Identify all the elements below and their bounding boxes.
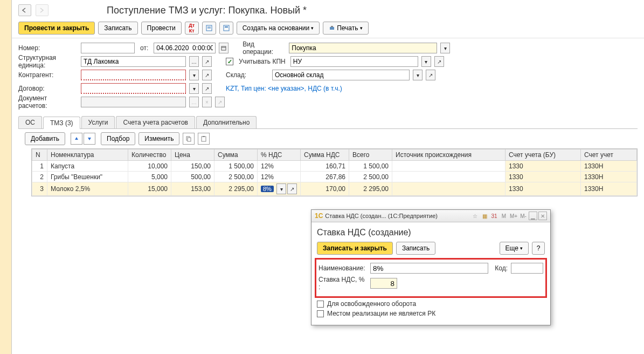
modal-heading: Ставка НДС (создание) [317, 228, 545, 237]
toolbar-icon-2[interactable] [219, 22, 233, 35]
change-button[interactable]: Изменить [139, 132, 179, 145]
svg-rect-7 [221, 46, 226, 50]
move-up-button[interactable] [71, 133, 82, 145]
page-title: Поступление ТМЗ и услуг: Покупка. Новый … [107, 5, 307, 16]
warehouse-input[interactable] [272, 70, 410, 80]
table-row[interactable]: 2Грибы "Вешенки"5,000500,002 500,0012%26… [32, 172, 637, 182]
kpn-open[interactable]: ↗ [434, 56, 444, 67]
tab-services[interactable]: Услуги [81, 116, 115, 128]
date-input[interactable] [154, 43, 216, 53]
modal-write-button[interactable]: Записать [396, 242, 435, 255]
col-sum[interactable]: Сумма [214, 149, 258, 161]
settlement-doc-open: ↗ [215, 97, 225, 107]
col-vat-pct[interactable]: % НДС [258, 149, 301, 161]
print-button[interactable]: Печать [323, 22, 368, 35]
vat-dropdown[interactable]: ▾ [276, 183, 286, 194]
pick-button[interactable]: Подбор [101, 132, 135, 145]
not-rk-checkbox[interactable] [317, 310, 324, 317]
org-input[interactable] [81, 56, 186, 67]
settlement-doc-clear: × [202, 97, 212, 107]
main-toolbar: Провести и закрыть Записать Провести ДтК… [12, 18, 644, 38]
write-button[interactable]: Записать [98, 22, 137, 35]
table-row[interactable]: 1Капуста10,000150,001 500,0012%160,711 5… [32, 161, 637, 172]
modal-rate-input[interactable] [370, 278, 397, 289]
modal-m[interactable]: M [500, 212, 508, 220]
create-based-button[interactable]: Создать на основании [237, 22, 320, 35]
org-open[interactable]: ↗ [202, 56, 212, 67]
col-acct-nu[interactable]: Счет учет [581, 149, 637, 161]
paste-button[interactable] [198, 133, 210, 145]
nav-back-button[interactable] [18, 4, 31, 16]
warehouse-open[interactable]: ↗ [426, 70, 435, 80]
number-input[interactable] [81, 43, 135, 53]
post-and-close-button[interactable]: Провести и закрыть [18, 22, 95, 35]
exempt-checkbox[interactable] [317, 301, 324, 308]
add-row-button[interactable]: Добавить [25, 132, 65, 145]
counterparty-input[interactable] [81, 70, 186, 80]
cell-vat-sum: 160,71 [301, 161, 349, 172]
col-total[interactable]: Всего [349, 149, 392, 161]
tabs: ОС ТМЗ (3) Услуги Счета учета расчетов Д… [18, 116, 638, 129]
tab-os[interactable]: ОС [18, 116, 42, 128]
col-origin[interactable]: Источник происхождения [392, 149, 505, 161]
modal-icon-cal[interactable]: 31 [490, 212, 498, 220]
modal-m-plus[interactable]: M+ [509, 212, 518, 220]
table-toolbar: Добавить Подбор Изменить [12, 129, 644, 148]
counterparty-open[interactable]: ↗ [202, 70, 212, 80]
table-row[interactable]: 3Молоко 2,5%15,000153,002 295,008%▾↗170,… [32, 182, 637, 196]
post-button[interactable]: Провести [141, 22, 182, 35]
modal-icon-fav[interactable]: ☆ [470, 212, 479, 220]
vat-open[interactable]: ↗ [287, 183, 297, 194]
kpn-checkbox[interactable]: ✓ [226, 58, 233, 65]
calendar-button[interactable] [219, 43, 228, 53]
contract-open[interactable]: ↗ [202, 83, 212, 94]
cell-sum: 2 500,00 [214, 172, 258, 182]
kpn-label: Учитывать КПН [239, 58, 286, 65]
tab-additional[interactable]: Дополнительно [196, 116, 257, 128]
col-nomen[interactable]: Номенклатура [47, 149, 128, 161]
copy-button[interactable] [183, 133, 195, 145]
highlight-box: Наименование: Код: Ставка НДС, % : [315, 258, 547, 298]
cell-acct-bu: 1330 [505, 161, 581, 172]
modal-write-close-button[interactable]: Записать и закрыть [317, 242, 393, 255]
modal-help-button[interactable]: ? [532, 242, 545, 255]
modal-icon-calc[interactable]: ▦ [480, 212, 489, 220]
tab-tmz[interactable]: ТМЗ (3) [43, 117, 80, 129]
col-vat-sum[interactable]: Сумма НДС [301, 149, 349, 161]
nav-forward-button[interactable] [36, 4, 49, 16]
cell-sum: 2 295,00 [214, 182, 258, 196]
cell-price: 153,00 [171, 182, 214, 196]
cell-vat-pct[interactable]: 8%▾↗ [258, 182, 301, 196]
calendar-icon [221, 45, 226, 51]
list-icon [223, 25, 230, 31]
modal-minimize[interactable]: ▁ [529, 212, 537, 220]
col-qty[interactable]: Количество [128, 149, 171, 161]
settlement-doc-input [81, 97, 186, 107]
modal-name-input[interactable] [370, 263, 488, 274]
modal-close[interactable]: ✕ [538, 212, 547, 220]
kpn-input[interactable] [290, 56, 418, 67]
operation-input[interactable] [289, 43, 437, 53]
modal-more-button[interactable]: Еще [500, 242, 529, 255]
counterparty-dropdown[interactable]: ▾ [189, 70, 199, 80]
kpn-dropdown[interactable]: ▾ [421, 56, 431, 67]
operation-dropdown[interactable]: ▾ [440, 43, 450, 53]
org-select[interactable]: … [189, 56, 199, 67]
move-down-button[interactable] [84, 133, 95, 145]
modal-titlebar[interactable]: 1C Ставка НДС (создан... (1С:Предприятие… [311, 210, 550, 222]
tab-accounts[interactable]: Счета учета расчетов [116, 116, 195, 128]
modal-m-minus[interactable]: M- [519, 212, 528, 220]
col-price[interactable]: Цена [171, 149, 214, 161]
arrow-down-icon [87, 136, 92, 141]
dtkt-button[interactable]: ДтКт [185, 22, 199, 35]
modal-code-input[interactable] [511, 263, 543, 274]
col-n[interactable]: N [32, 149, 47, 161]
contract-dropdown[interactable]: ▾ [189, 83, 199, 94]
cell-acct-nu: 1330Н [581, 161, 637, 172]
price-info-link[interactable]: KZT, Тип цен: <не указан>, НДС (в т.ч.) [226, 85, 342, 92]
warehouse-label: Склад: [226, 71, 269, 79]
col-acct-bu[interactable]: Счет учета (БУ) [505, 149, 581, 161]
toolbar-icon-1[interactable] [202, 22, 216, 35]
contract-input[interactable] [81, 83, 186, 94]
warehouse-dropdown[interactable]: ▾ [413, 70, 423, 80]
